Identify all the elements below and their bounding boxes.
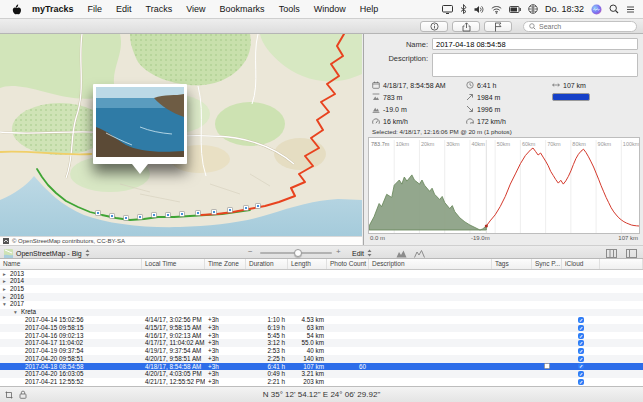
track-name-input[interactable] — [432, 38, 638, 50]
column-header-sync-p-[interactable]: Sync P... — [532, 259, 562, 269]
cell-time-zone: +3h — [205, 339, 246, 347]
info-button[interactable] — [420, 21, 448, 32]
search-input[interactable] — [539, 23, 629, 30]
icloud-checkbox[interactable]: ✓ — [578, 333, 584, 339]
keyboard-layout-icon[interactable] — [528, 4, 538, 14]
track-row-2017-04-14-15-02-56[interactable]: 2017-04-14 15:02:564/14/17, 3:02:56 PM+3… — [0, 316, 643, 324]
menu-view[interactable]: View — [179, 4, 212, 14]
map-type-selector[interactable]: OpenStreetMap - Big — [4, 248, 90, 258]
cell-local-time: 4/20/17, 4:03:05 PM — [142, 370, 205, 378]
column-header-description[interactable]: Description — [369, 259, 492, 269]
cell-icloud: ✓ — [562, 340, 600, 346]
menu-window[interactable]: Window — [307, 4, 353, 14]
track-row-2017-04-19-09-37-54[interactable]: 2017-04-19 09:37:544/19/17, 9:37:54 AM+3… — [0, 347, 643, 355]
display-status-icon[interactable] — [442, 5, 453, 14]
stat-date: 4/18/17, 8:54:58 AM — [372, 81, 446, 89]
stat-max-elevation: 783 m — [372, 93, 402, 101]
share-button[interactable] — [452, 21, 480, 32]
cursor-coordinates: N 35° 12' 54.12" E 24° 06' 29.92" — [263, 390, 380, 399]
show-area-profile-button[interactable] — [396, 248, 407, 258]
icloud-checkbox[interactable]: ✓ — [578, 348, 584, 354]
search-field[interactable] — [523, 21, 637, 32]
menu-bookmarks[interactable]: Bookmarks — [213, 4, 272, 14]
chart-end-label: 107 km — [618, 235, 638, 241]
wifi-status-icon[interactable] — [491, 5, 502, 14]
popup-pointer — [132, 164, 148, 174]
icloud-checkbox[interactable]: ✓ — [578, 325, 584, 331]
descent-icon — [466, 105, 474, 113]
column-header-time-zone[interactable]: Time Zone — [205, 259, 246, 269]
column-header-duration[interactable]: Duration — [246, 259, 288, 269]
sync-checkbox[interactable] — [544, 363, 550, 369]
svg-text:20km: 20km — [421, 141, 435, 147]
column-header-name[interactable]: Name — [0, 259, 142, 269]
photo-popup[interactable] — [93, 84, 187, 164]
zoom-out-glyph[interactable]: − — [248, 247, 253, 256]
line-chart-icon — [414, 249, 425, 258]
track-row-2017-04-18-08-54-58[interactable]: 2017-04-18 08:54:584/18/17, 8:54:58 AM+3… — [0, 363, 643, 371]
cell-length: 40 km — [288, 347, 327, 355]
menu-tools[interactable]: Tools — [272, 4, 307, 14]
show-line-profile-button[interactable] — [414, 248, 425, 258]
icloud-checkbox[interactable]: ✓ — [578, 379, 584, 385]
menu-bar-clock[interactable]: Do. 18:32 — [545, 4, 584, 14]
track-row-2017-04-20-16-03-05[interactable]: 2017-04-20 16:03:054/20/17, 4:03:05 PM+3… — [0, 370, 643, 378]
svg-text:60km: 60km — [522, 141, 536, 147]
bluetooth-status-icon[interactable] — [460, 4, 467, 14]
flag-button[interactable] — [484, 21, 512, 32]
icloud-checkbox[interactable]: ✓ — [578, 317, 584, 323]
crop-marks-icon[interactable] — [5, 391, 13, 399]
apple-menu-icon[interactable] — [12, 4, 21, 15]
icloud-checkbox[interactable]: ✓ — [578, 340, 584, 346]
svg-text:783.7m: 783.7m — [371, 141, 390, 147]
track-row-2017-04-15-09-58-15[interactable]: 2017-04-15 09:58:154/15/17, 9:58:15 AM+3… — [0, 324, 643, 332]
battery-status-icon[interactable] — [509, 6, 521, 13]
column-header-length[interactable]: Length — [288, 259, 327, 269]
track-description-input[interactable] — [432, 53, 638, 77]
status-bar-icons — [5, 390, 27, 399]
icloud-checkbox[interactable]: ✓ — [578, 356, 584, 362]
stat-descent: 1996 m — [466, 105, 500, 113]
menu-help[interactable]: Help — [353, 4, 386, 14]
cell-icloud: ✓ — [562, 356, 600, 362]
ascent-icon — [466, 93, 474, 101]
siri-icon[interactable] — [591, 4, 602, 15]
toggle-columns-button[interactable] — [606, 248, 617, 258]
elevation-profile-chart[interactable]: 10km20km30km40km50km60km70km80km90km100k… — [368, 137, 640, 234]
column-header-photo-count[interactable]: Photo Count — [327, 259, 369, 269]
cell-icloud: ✓ — [562, 317, 600, 323]
map-pane[interactable]: © OpenStreetMap contributors, CC-BY-SA — [0, 34, 362, 245]
edit-mode-selector[interactable]: Edit — [352, 248, 372, 258]
column-header-icloud[interactable]: iCloud — [562, 259, 600, 269]
cell-length: 55.0 km — [288, 339, 327, 347]
menu-edit[interactable]: Edit — [109, 4, 139, 14]
icloud-checkbox[interactable]: ✓ — [578, 371, 584, 377]
track-row-2017-04-21-12-55-52[interactable]: 2017-04-21 12:55:524/21/17, 12:55:52 PM+… — [0, 378, 643, 386]
notification-center-icon[interactable] — [626, 5, 635, 14]
spotlight-icon[interactable] — [609, 4, 619, 14]
zoom-in-glyph[interactable]: + — [336, 247, 341, 256]
cell-duration: 1:10 h — [246, 316, 288, 324]
cell-icloud: ✓ — [562, 363, 600, 369]
zoom-slider-knob[interactable] — [294, 249, 302, 257]
cell-name: 2017-04-20 09:58:51 — [0, 355, 142, 363]
track-color-swatch[interactable] — [552, 93, 590, 101]
track-row-2017-04-16-09-02-13[interactable]: 2017-04-16 09:02:134/16/17, 9:02:13 AM+3… — [0, 332, 643, 340]
column-header-tags[interactable]: Tags — [492, 259, 532, 269]
track-row-2017-04-17-11-04-02[interactable]: 2017-04-17 11:04:024/17/17, 11:04:02 AM+… — [0, 339, 643, 347]
lock-icon[interactable] — [19, 390, 27, 399]
cell-duration: 5:45 h — [246, 332, 288, 340]
cell-icloud: ✓ — [562, 379, 600, 385]
menu-file[interactable]: File — [81, 4, 110, 14]
menu-items: myTracksFileEditTracksViewBookmarksTools… — [25, 4, 385, 14]
column-header-local-time[interactable]: Local Time — [142, 259, 205, 269]
menu-tracks[interactable]: Tracks — [139, 4, 180, 14]
toggle-sidebar-button[interactable] — [626, 248, 637, 258]
track-row-2017-04-20-09-58-51[interactable]: 2017-04-20 09:58:514/20/17, 9:58:51 AM+3… — [0, 355, 643, 363]
svg-text:50km: 50km — [497, 141, 511, 147]
icloud-checkbox[interactable]: ✓ — [578, 363, 584, 369]
group-row-Kreta[interactable]: ▾Kreta — [0, 309, 643, 317]
cell-icloud: ✓ — [562, 325, 600, 331]
volume-status-icon[interactable] — [474, 5, 484, 14]
menu-mytracks[interactable]: myTracks — [25, 4, 81, 14]
